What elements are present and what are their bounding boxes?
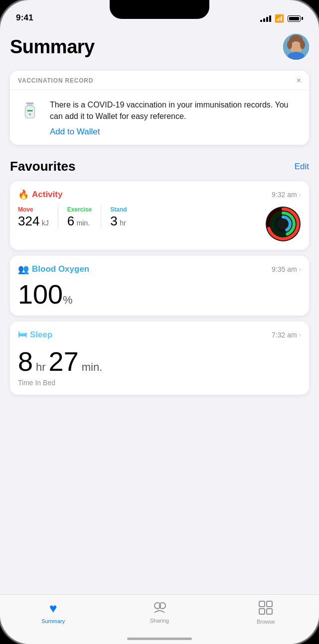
signal-bar-1 [260,20,262,22]
signal-bar-2 [263,18,265,22]
move-unit: kJ [42,219,49,227]
sleep-value-container: 8 hr 27 min. [18,346,301,377]
blood-oxygen-icon: 👥 [18,264,29,275]
browse-tab-icon [259,601,273,617]
time-in-bed-label: Time In Bed [18,379,301,387]
activity-icon: 🔥 [18,189,29,200]
vaccination-description: There is a COVID-19 vaccination in your … [50,99,301,122]
exercise-unit: min. [77,219,90,227]
sleep-header: 🛏 Sleep 7:32 am › [18,329,301,340]
vaccine-icon: + [18,99,42,123]
scroll-content: Summary [0,26,319,594]
avatar[interactable] [283,34,309,60]
blood-oxygen-time: 9:35 am › [272,265,301,273]
move-value-container: 324 kJ [18,214,49,228]
activity-time-text: 9:32 am [272,191,297,199]
svg-rect-21 [267,601,272,607]
svg-rect-6 [26,103,33,105]
add-to-wallet-button[interactable]: Add to Wallet [50,127,100,136]
svg-rect-20 [259,601,265,607]
move-label: Move [18,206,49,213]
blood-oxygen-time-text: 9:35 am [272,265,297,273]
blood-oxygen-header: 👥 Blood Oxygen 9:35 am › [18,264,301,275]
notch [110,0,209,19]
activity-title-text: Activity [32,190,62,200]
tab-summary[interactable]: ♥ Summary [33,601,73,624]
edit-button[interactable]: Edit [295,162,309,172]
tab-sharing[interactable]: Sharing [140,601,179,624]
activity-metrics: Move 324 kJ Exercise 6 min. [18,206,301,242]
signal-bar-4 [269,15,271,22]
sleep-time: 7:32 am › [272,331,301,339]
summary-tab-icon: ♥ [49,601,57,616]
phone-frame: 9:41 📶 Summary [0,0,319,644]
activity-time: 9:32 am › [272,191,301,199]
svg-rect-22 [259,609,265,614]
sleep-hours: 8 [18,346,33,377]
browse-tab-label: Browse [257,619,275,625]
sleep-hr-label: hr [36,361,46,374]
sleep-card[interactable]: 🛏 Sleep 7:32 am › 8 hr 27 min. Time In B… [10,322,309,395]
stand-metric: Stand 3 hr [110,206,136,228]
summary-tab-label: Summary [41,618,65,624]
home-indicator [127,638,192,640]
svg-point-3 [287,40,292,49]
vaccination-body: + There is a COVID-19 vaccination in you… [10,90,309,145]
blood-oxygen-title: 👥 Blood Oxygen [18,264,89,275]
sleep-title-text: Sleep [30,330,52,340]
exercise-metric: Exercise 6 min. [67,206,101,228]
vaccination-card: VACCINATION RECORD × + There is a COVID-… [10,71,309,145]
stand-value-container: 3 hr [110,214,127,228]
exercise-value: 6 [67,214,74,228]
vaccination-text: There is a COVID-19 vaccination in your … [50,99,301,137]
exercise-label: Exercise [67,206,92,213]
page-header: Summary [10,34,309,60]
sleep-minutes: 27 [49,346,79,377]
svg-point-4 [300,40,305,49]
tab-browse[interactable]: Browse [246,601,286,625]
status-time: 9:41 [16,13,33,23]
wifi-icon: 📶 [275,14,284,23]
activity-card-title: 🔥 Activity [18,189,62,200]
svg-text:+: + [28,111,31,117]
sleep-icon: 🛏 [18,329,27,340]
stand-unit: hr [120,219,126,227]
page-title: Summary [10,36,95,58]
activity-card[interactable]: 🔥 Activity 9:32 am › Move 324 kJ [10,181,309,250]
blood-oxygen-value-container: 100% [18,281,301,308]
stand-value: 3 [110,214,117,228]
activity-card-header: 🔥 Activity 9:32 am › [18,189,301,200]
signal-bars-icon [260,15,271,22]
favourites-title: Favourites [10,159,76,174]
blood-oxygen-unit: % [63,294,73,306]
blood-oxygen-chevron-icon: › [299,266,301,273]
vaccination-header: VACCINATION RECORD × [10,71,309,90]
sharing-tab-icon [153,601,166,616]
stand-label: Stand [110,206,127,213]
sleep-chevron-icon: › [299,331,301,338]
battery-icon [288,15,303,22]
sleep-min-label: min. [82,361,103,374]
sleep-title: 🛏 Sleep [18,329,52,340]
exercise-value-container: 6 min. [67,214,92,228]
blood-oxygen-card[interactable]: 👥 Blood Oxygen 9:35 am › 100% [10,256,309,316]
blood-oxygen-value: 100 [18,279,63,309]
blood-oxygen-title-text: Blood Oxygen [32,264,89,274]
sharing-tab-label: Sharing [150,618,169,624]
move-metric: Move 324 kJ [18,206,58,228]
signal-bar-3 [266,17,268,22]
vaccination-label: VACCINATION RECORD [18,77,93,84]
move-value: 324 [18,214,39,228]
metrics-left: Move 324 kJ Exercise 6 min. [18,206,136,228]
activity-ring-icon [265,206,301,242]
sleep-time-text: 7:32 am [272,331,297,339]
status-icons: 📶 [260,14,303,23]
close-button[interactable]: × [297,77,301,85]
favourites-header: Favourites Edit [10,159,309,174]
activity-chevron-icon: › [299,191,301,199]
tab-bar: ♥ Summary Sharing Bro [0,594,319,644]
svg-rect-23 [267,609,272,614]
